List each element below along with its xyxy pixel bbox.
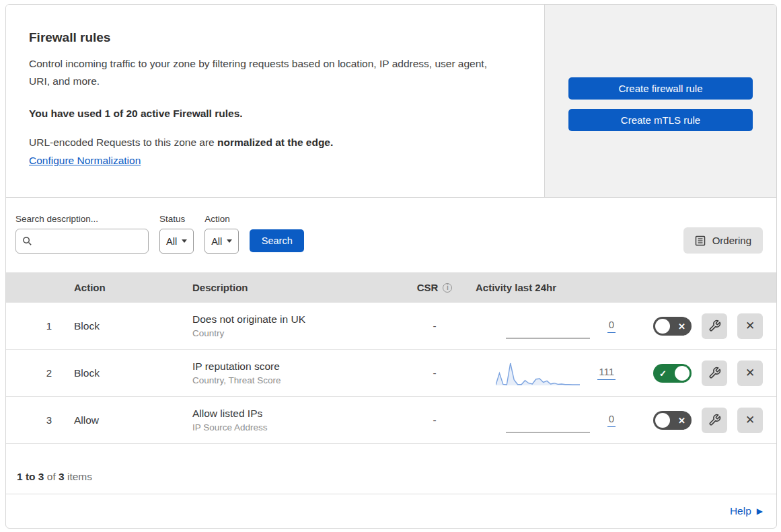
ordering-list-icon [695,235,706,246]
rule-criteria: IP Source Address [192,422,400,432]
search-icon [22,236,32,246]
close-icon: ✕ [745,319,755,333]
action-filter-group: Action All [204,214,239,254]
rules-table: Action Description CSR i Activity last 2… [6,272,776,444]
page-title: Firewall rules [29,30,517,45]
rule-enabled-toggle[interactable]: ✓ ✕ [653,411,692,430]
rule-criteria: Country [192,328,400,338]
status-filter-group: Status All [159,214,194,254]
wrench-icon [708,319,721,332]
activity-count-link[interactable]: 0 [607,413,616,427]
status-label: Status [159,214,194,224]
rule-csr-value: - [400,320,470,332]
close-icon: ✕ [745,413,755,427]
help-link[interactable]: Help ▶ [730,505,763,517]
toggle-knob [675,366,690,381]
usage-summary: You have used 1 of 20 active Firewall ru… [29,108,517,120]
delete-rule-button[interactable]: ✕ [737,360,763,386]
firewall-rules-panel: Firewall rules Control incoming traffic … [5,4,777,529]
edit-rule-button[interactable] [702,313,727,339]
rule-csr-value: - [400,367,470,379]
action-selected-value: All [211,236,222,247]
table-row: 2 Block IP reputation score Country, Thr… [6,350,776,397]
rule-description: Allow listed IPs [192,408,400,420]
rule-priority: 1 [6,320,71,332]
search-input[interactable] [36,235,142,248]
delete-rule-button[interactable]: ✕ [737,408,763,433]
action-label: Action [204,214,239,224]
rule-criteria: Country, Threat Score [192,375,400,385]
rule-action: Block [71,320,192,332]
activity-column-header: Activity last 24hr [470,282,624,293]
wrench-icon [708,414,721,426]
activity-sparkline [506,312,590,340]
description-column-header: Description [192,282,400,293]
toggle-knob [655,413,670,428]
search-button[interactable]: Search [250,229,304,252]
status-selected-value: All [166,236,177,247]
help-arrow-icon: ▶ [757,506,763,516]
rule-enabled-toggle[interactable]: ✓ ✕ [653,364,692,383]
search-label: Search description... [15,214,149,224]
check-icon: ✓ [659,368,667,378]
ordering-button[interactable]: Ordering [683,227,763,254]
search-group: Search description... [15,214,149,254]
ordering-label: Ordering [712,235,751,246]
edit-rule-button[interactable] [702,360,727,386]
activity-count-link[interactable]: 111 [597,366,616,380]
status-select[interactable]: All [159,229,194,254]
edit-rule-button[interactable] [702,408,727,433]
pagination-total: 3 [59,471,65,482]
hero-section: Firewall rules Control incoming traffic … [6,5,776,198]
configure-normalization-link[interactable]: Configure Normalization [29,155,141,167]
chevron-down-icon [182,239,187,243]
help-bar: Help ▶ [6,494,776,528]
normalization-bold: normalized at the edge. [217,137,333,148]
action-column-header: Action [71,282,192,293]
x-icon: ✕ [678,415,685,425]
rule-action: Allow [71,414,192,426]
chevron-down-icon [227,239,232,243]
normalization-text: URL-encoded Requests to this zone are [29,137,217,148]
rule-priority: 2 [6,367,71,379]
delete-rule-button[interactable]: ✕ [737,313,763,339]
rule-action: Block [71,367,192,379]
x-icon: ✕ [678,321,685,331]
activity-sparkline [496,359,580,387]
rule-enabled-toggle[interactable]: ✓ ✕ [653,317,692,336]
create-mtls-rule-button[interactable]: Create mTLS rule [568,109,753,131]
normalization-note: URL-encoded Requests to this zone are no… [29,137,517,149]
hero-text-card: Firewall rules Control incoming traffic … [6,5,544,197]
csr-column-header: CSR i [400,282,470,293]
close-icon: ✕ [745,366,755,380]
table-row: 3 Allow Allow listed IPs IP Source Addre… [6,397,776,444]
rule-description: Does not originate in UK [192,313,400,326]
pagination-range: 1 to 3 [17,471,44,482]
activity-count-link[interactable]: 0 [607,319,616,333]
table-header-row: Action Description CSR i Activity last 2… [6,272,776,303]
pagination-status: 1 to 3 of 3 items [6,444,776,494]
wrench-icon [708,367,721,379]
action-select[interactable]: All [204,229,239,254]
rule-priority: 3 [6,414,71,426]
search-box[interactable] [15,229,149,254]
filter-bar: Search description... Status All Action … [6,198,776,272]
table-row: 1 Block Does not originate in UK Country… [6,303,776,350]
info-icon[interactable]: i [443,283,452,293]
rule-description: IP reputation score [192,360,400,373]
help-label: Help [730,505,751,517]
page-description: Control incoming traffic to your zone by… [29,55,508,90]
activity-sparkline [506,406,590,434]
hero-actions-panel: Create firewall rule Create mTLS rule [544,5,776,197]
rule-csr-value: - [400,414,470,426]
create-firewall-rule-button[interactable]: Create firewall rule [568,77,753,100]
toggle-knob [655,319,670,334]
